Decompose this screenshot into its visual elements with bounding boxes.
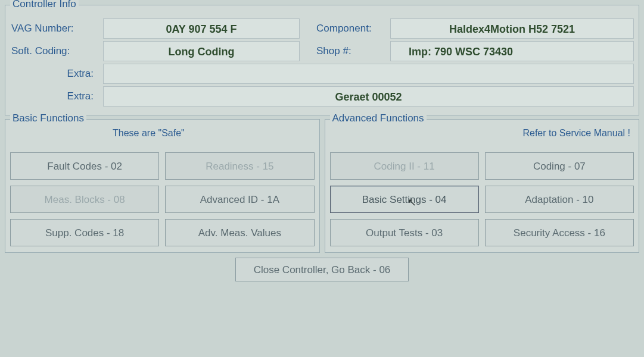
basic-functions-group: Basic Functions These are "Safe" Fault C…: [5, 119, 320, 253]
vag-number-field: 0AY 907 554 F: [103, 18, 300, 39]
basic-functions-note: These are "Safe": [113, 128, 185, 139]
component-label: Component:: [315, 23, 387, 35]
soft-coding-label: Soft. Coding:: [10, 45, 99, 57]
output-tests-button[interactable]: Output Tests - 03: [330, 219, 479, 246]
meas-blocks-button[interactable]: Meas. Blocks - 08: [10, 186, 159, 213]
advanced-button-grid: Coding II - 11 Coding - 07 Basic Setting…: [330, 152, 634, 246]
advanced-functions-note: Refer to Service Manual !: [522, 128, 630, 139]
basic-button-grid: Fault Codes - 02 Readiness - 15 Meas. Bl…: [10, 152, 315, 246]
advanced-id-button[interactable]: Advanced ID - 1A: [165, 186, 314, 213]
close-controller-button[interactable]: Close Controller, Go Back - 06: [235, 258, 409, 281]
extra2-field: Geraet 00052: [103, 86, 634, 107]
row-extra2: Extra: Geraet 00052: [10, 86, 634, 107]
shop-field: Imp: 790 WSC 73430: [390, 41, 634, 61]
advanced-functions-group: Advanced Functions Refer to Service Manu…: [325, 119, 640, 253]
basic-settings-label: Basic Settings - 04: [362, 194, 447, 205]
row-vag-component: VAG Number: 0AY 907 554 F Component: Hal…: [10, 18, 634, 39]
basic-functions-title: Basic Functions: [10, 112, 86, 124]
supp-codes-button[interactable]: Supp. Codes - 18: [10, 219, 159, 246]
adv-meas-values-button[interactable]: Adv. Meas. Values: [165, 219, 314, 246]
basic-settings-button[interactable]: Basic Settings - 04 ↖: [330, 186, 479, 213]
extra1-field: [103, 64, 634, 84]
component-field: Haldex4Motion H52 7521: [390, 18, 634, 39]
controller-info-title: Controller Info: [10, 0, 79, 10]
readiness-button[interactable]: Readiness - 15: [165, 152, 314, 180]
row-coding-shop: Soft. Coding: Long Coding Shop #: Imp: 7…: [10, 41, 634, 61]
controller-info-group: Controller Info VAG Number: 0AY 907 554 …: [5, 5, 639, 115]
coding-button[interactable]: Coding - 07: [485, 152, 634, 180]
extra2-label: Extra:: [10, 90, 99, 102]
row-extra1: Extra:: [10, 64, 634, 84]
extra1-label: Extra:: [10, 68, 99, 80]
close-row: Close Controller, Go Back - 06: [5, 258, 639, 281]
shop-label: Shop #:: [315, 45, 387, 57]
advanced-functions-title: Advanced Functions: [330, 112, 427, 124]
fault-codes-button[interactable]: Fault Codes - 02: [10, 152, 159, 180]
security-access-button[interactable]: Security Access - 16: [485, 219, 634, 246]
functions-area: Basic Functions These are "Safe" Fault C…: [5, 119, 639, 253]
soft-coding-field: Long Coding: [103, 41, 300, 61]
coding-ii-button[interactable]: Coding II - 11: [330, 152, 479, 180]
adaptation-button[interactable]: Adaptation - 10: [485, 186, 634, 213]
vag-number-label: VAG Number:: [10, 23, 99, 35]
